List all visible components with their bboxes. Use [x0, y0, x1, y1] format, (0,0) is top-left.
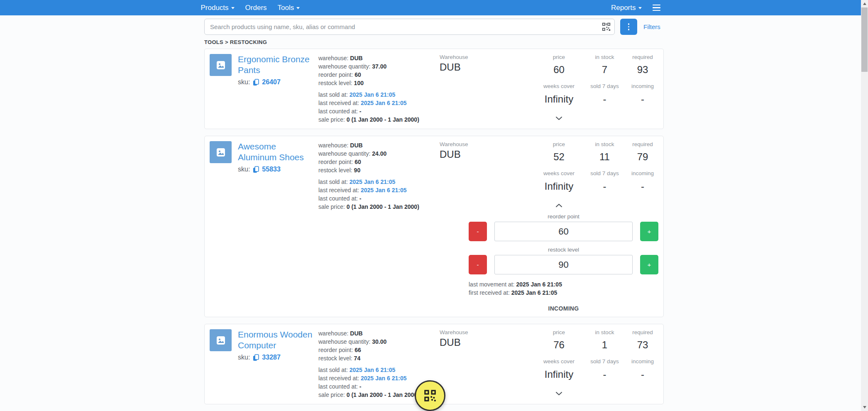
- increment-button[interactable]: +: [640, 222, 658, 241]
- product-title-link[interactable]: Awesome Aluminum Shoes: [238, 141, 314, 163]
- sku-value-link[interactable]: 26407: [262, 78, 281, 86]
- metric-label: in stock: [583, 141, 626, 150]
- metric-label: in stock: [583, 54, 626, 63]
- stepper-label: restock level: [469, 247, 658, 253]
- product-details: warehouse: DUBwarehouse quantity: 37.00r…: [318, 54, 440, 124]
- timestamp-link[interactable]: 2025 Jan 6 21:05: [350, 367, 396, 373]
- sku-label: sku:: [238, 166, 250, 173]
- metric-value: 1: [583, 339, 626, 353]
- card-summary-row: Awesome Aluminum Shoessku:55833warehouse…: [210, 141, 658, 211]
- sku-row: sku:55833: [238, 166, 314, 173]
- detail-row: last counted at: -: [318, 194, 440, 203]
- sku-value-link[interactable]: 33287: [262, 354, 281, 361]
- metric-value: -: [583, 181, 626, 195]
- metric-label: sold 7 days: [583, 358, 626, 367]
- sku-row: sku:33287: [238, 354, 314, 361]
- expand-toggle-button[interactable]: [553, 113, 565, 124]
- metric-value: 52: [535, 151, 583, 165]
- warehouse-label: Warehouse: [440, 329, 535, 335]
- qr-scan-fab-button[interactable]: [415, 380, 445, 411]
- product-card: Awesome Aluminum Shoessku:55833warehouse…: [204, 136, 664, 317]
- detail-row: warehouse: DUB: [318, 329, 440, 338]
- copy-sku-icon[interactable]: [253, 166, 259, 173]
- stepper-row: -+: [469, 255, 658, 274]
- nav-item-label: Tools: [278, 4, 294, 12]
- metrics-grid: pricein stockrequired76173weeks coversol…: [535, 329, 659, 399]
- detail-value: DUB: [350, 55, 362, 61]
- warehouse-value: DUB: [440, 61, 535, 73]
- decrement-button[interactable]: -: [469, 222, 487, 241]
- product-title-link[interactable]: Ergonomic Bronze Pants: [238, 54, 314, 76]
- metrics-grid: pricein stockrequired60793weeks coversol…: [535, 54, 659, 124]
- nav-item-products[interactable]: Products: [201, 4, 235, 12]
- timestamp-link[interactable]: 2025 Jan 6 21:05: [350, 91, 396, 98]
- product-image-placeholder: [210, 329, 232, 351]
- incoming-section-header: INCOMING: [469, 305, 658, 312]
- search-input[interactable]: [204, 19, 615, 35]
- metric-label: weeks cover: [535, 170, 583, 179]
- increment-button[interactable]: +: [640, 255, 658, 274]
- nav-item-orders[interactable]: Orders: [245, 4, 267, 12]
- detail-row: warehouse quantity: 37.00: [318, 62, 440, 71]
- nav-item-reports[interactable]: Reports: [611, 4, 642, 12]
- filters-link[interactable]: Filters: [643, 23, 660, 30]
- metric-label: required: [626, 329, 659, 338]
- caret-down-icon: [638, 7, 642, 9]
- copy-sku-icon[interactable]: [253, 79, 259, 86]
- qr-code-icon: [424, 389, 436, 402]
- vertical-scrollbar[interactable]: [861, 0, 868, 411]
- detail-value: 90: [354, 167, 361, 174]
- metric-value: -: [626, 369, 659, 383]
- product-identity: Awesome Aluminum Shoessku:55833: [210, 141, 318, 211]
- sku-label: sku:: [238, 354, 250, 361]
- detail-row: warehouse quantity: 24.00: [318, 149, 440, 158]
- product-identity: Enormous Wooden Computersku:33287: [210, 329, 318, 399]
- metric-label: in stock: [583, 329, 626, 338]
- product-card: Ergonomic Bronze Pantssku:26407warehouse…: [204, 49, 664, 129]
- image-placeholder-icon: [216, 336, 225, 345]
- scroll-up-arrow[interactable]: [861, 0, 868, 7]
- decrement-button[interactable]: -: [469, 255, 487, 274]
- reorder-point-input[interactable]: [494, 222, 633, 241]
- warehouse-block: WarehouseDUB: [440, 329, 535, 399]
- metric-value: 60: [535, 64, 583, 78]
- metric-value: 93: [626, 64, 659, 78]
- product-title-link[interactable]: Enormous Wooden Computer: [238, 329, 314, 351]
- hamburger-menu-icon[interactable]: [653, 4, 660, 12]
- card-expansion: reorder point-+restock level-+last movem…: [469, 213, 658, 312]
- detail-row: warehouse: DUB: [318, 54, 440, 62]
- detail-value: 0 (1 Jan 2000 - 1 Jan 2000): [347, 203, 419, 210]
- sku-label: sku:: [238, 78, 250, 86]
- scroll-down-arrow[interactable]: [861, 404, 868, 411]
- timestamp-link[interactable]: 2025 Jan 6 21:05: [361, 375, 407, 382]
- restock-level-input[interactable]: [494, 255, 633, 274]
- product-image-placeholder: [210, 141, 232, 163]
- caret-down-icon: [296, 7, 300, 9]
- barcode-scan-icon[interactable]: [602, 22, 611, 31]
- detail-value: -: [359, 383, 362, 390]
- detail-row: last sold at: 2025 Jan 6 21:05: [318, 178, 440, 186]
- metric-label: weeks cover: [535, 83, 583, 92]
- timestamp-link[interactable]: 2025 Jan 6 21:05: [361, 100, 407, 106]
- expand-toggle-button[interactable]: [553, 389, 565, 399]
- metric-label: incoming: [626, 170, 659, 179]
- copy-sku-icon[interactable]: [253, 354, 259, 361]
- more-options-button[interactable]: [620, 19, 637, 35]
- scrollbar-thumb[interactable]: [861, 7, 868, 72]
- caret-down-icon: [231, 7, 235, 9]
- timestamp-link[interactable]: 2025 Jan 6 21:05: [361, 187, 407, 193]
- nav-item-label: Reports: [611, 4, 636, 12]
- expand-toggle-button[interactable]: [553, 201, 565, 211]
- metric-value: 73: [626, 339, 659, 353]
- nav-item-tools[interactable]: Tools: [278, 4, 300, 12]
- detail-row: last movement at: 2025 Jan 6 21:05: [469, 280, 658, 289]
- detail-row: sale price: 0 (1 Jan 2000 - 1 Jan 2000): [318, 203, 440, 211]
- detail-value: 30.00: [372, 338, 386, 345]
- nav-right-group: Reports: [611, 4, 660, 12]
- timestamp-link[interactable]: 2025 Jan 6 21:05: [350, 179, 396, 185]
- metric-label: price: [535, 329, 583, 338]
- warehouse-value: DUB: [440, 149, 535, 160]
- sku-value-link[interactable]: 55833: [262, 166, 281, 173]
- movement-info: last movement at: 2025 Jan 6 21:05first …: [469, 280, 658, 297]
- kebab-dot: [628, 23, 630, 25]
